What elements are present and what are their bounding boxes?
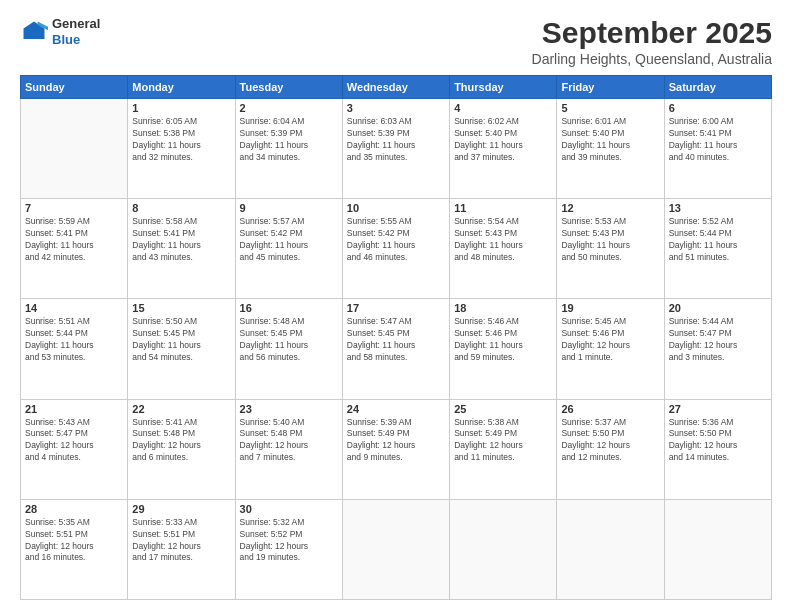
sunset-text: Sunset: 5:44 PM: [669, 228, 732, 238]
day-info: Sunrise: 6:01 AMSunset: 5:40 PMDaylight:…: [561, 116, 659, 164]
day-info: Sunrise: 5:44 AMSunset: 5:47 PMDaylight:…: [669, 316, 767, 364]
sunset-text: Sunset: 5:40 PM: [561, 128, 624, 138]
sunset-text: Sunset: 5:50 PM: [669, 428, 732, 438]
sunset-text: Sunset: 5:48 PM: [240, 428, 303, 438]
page: General Blue September 2025 Darling Heig…: [0, 0, 792, 612]
day-info: Sunrise: 5:57 AMSunset: 5:42 PMDaylight:…: [240, 216, 338, 264]
day-info: Sunrise: 5:47 AMSunset: 5:45 PMDaylight:…: [347, 316, 445, 364]
daylight-text: Daylight: 11 hours: [561, 140, 630, 150]
sunrise-text: Sunrise: 5:41 AM: [132, 417, 197, 427]
sunset-text: Sunset: 5:46 PM: [561, 328, 624, 338]
table-row: 2Sunrise: 6:04 AMSunset: 5:39 PMDaylight…: [235, 99, 342, 199]
daylight-text: Daylight: 12 hours: [347, 440, 416, 450]
daylight-and-text: and 19 minutes.: [240, 552, 300, 562]
daylight-and-text: and 34 minutes.: [240, 152, 300, 162]
sunrise-text: Sunrise: 5:35 AM: [25, 517, 90, 527]
logo-icon: [20, 18, 48, 46]
daylight-text: Daylight: 11 hours: [347, 240, 416, 250]
daylight-text: Daylight: 11 hours: [240, 340, 309, 350]
sunset-text: Sunset: 5:41 PM: [669, 128, 732, 138]
daylight-and-text: and 1 minute.: [561, 352, 613, 362]
sunrise-text: Sunrise: 5:44 AM: [669, 316, 734, 326]
daylight-text: Daylight: 11 hours: [240, 140, 309, 150]
day-number: 15: [132, 302, 230, 314]
daylight-text: Daylight: 11 hours: [669, 240, 738, 250]
day-number: 24: [347, 403, 445, 415]
sunrise-text: Sunrise: 5:58 AM: [132, 216, 197, 226]
daylight-text: Daylight: 11 hours: [132, 240, 201, 250]
table-row: [557, 499, 664, 599]
table-row: 18Sunrise: 5:46 AMSunset: 5:46 PMDayligh…: [450, 299, 557, 399]
table-row: 14Sunrise: 5:51 AMSunset: 5:44 PMDayligh…: [21, 299, 128, 399]
day-number: 22: [132, 403, 230, 415]
daylight-and-text: and 51 minutes.: [669, 252, 729, 262]
sunrise-text: Sunrise: 5:37 AM: [561, 417, 626, 427]
daylight-text: Daylight: 12 hours: [240, 541, 309, 551]
table-row: 24Sunrise: 5:39 AMSunset: 5:49 PMDayligh…: [342, 399, 449, 499]
table-row: [664, 499, 771, 599]
location-title: Darling Heights, Queensland, Australia: [532, 51, 772, 67]
sunset-text: Sunset: 5:41 PM: [25, 228, 88, 238]
daylight-and-text: and 14 minutes.: [669, 452, 729, 462]
sunset-text: Sunset: 5:42 PM: [240, 228, 303, 238]
table-row: 15Sunrise: 5:50 AMSunset: 5:45 PMDayligh…: [128, 299, 235, 399]
sunrise-text: Sunrise: 5:54 AM: [454, 216, 519, 226]
sunset-text: Sunset: 5:48 PM: [132, 428, 195, 438]
day-info: Sunrise: 5:32 AMSunset: 5:52 PMDaylight:…: [240, 517, 338, 565]
day-number: 7: [25, 202, 123, 214]
daylight-and-text: and 4 minutes.: [25, 452, 81, 462]
daylight-and-text: and 3 minutes.: [669, 352, 725, 362]
table-row: 17Sunrise: 5:47 AMSunset: 5:45 PMDayligh…: [342, 299, 449, 399]
day-number: 9: [240, 202, 338, 214]
calendar-week-row: 14Sunrise: 5:51 AMSunset: 5:44 PMDayligh…: [21, 299, 772, 399]
daylight-and-text: and 43 minutes.: [132, 252, 192, 262]
daylight-text: Daylight: 11 hours: [561, 240, 630, 250]
day-number: 21: [25, 403, 123, 415]
table-row: 19Sunrise: 5:45 AMSunset: 5:46 PMDayligh…: [557, 299, 664, 399]
calendar-week-row: 1Sunrise: 6:05 AMSunset: 5:38 PMDaylight…: [21, 99, 772, 199]
day-info: Sunrise: 5:46 AMSunset: 5:46 PMDaylight:…: [454, 316, 552, 364]
day-number: 1: [132, 102, 230, 114]
daylight-text: Daylight: 12 hours: [240, 440, 309, 450]
table-row: 30Sunrise: 5:32 AMSunset: 5:52 PMDayligh…: [235, 499, 342, 599]
day-info: Sunrise: 5:36 AMSunset: 5:50 PMDaylight:…: [669, 417, 767, 465]
daylight-and-text: and 59 minutes.: [454, 352, 514, 362]
sunset-text: Sunset: 5:47 PM: [669, 328, 732, 338]
sunrise-text: Sunrise: 6:00 AM: [669, 116, 734, 126]
col-friday: Friday: [557, 76, 664, 99]
daylight-text: Daylight: 11 hours: [454, 240, 523, 250]
sunset-text: Sunset: 5:39 PM: [347, 128, 410, 138]
calendar-week-row: 7Sunrise: 5:59 AMSunset: 5:41 PMDaylight…: [21, 199, 772, 299]
sunset-text: Sunset: 5:50 PM: [561, 428, 624, 438]
col-monday: Monday: [128, 76, 235, 99]
day-number: 3: [347, 102, 445, 114]
day-number: 30: [240, 503, 338, 515]
daylight-and-text: and 42 minutes.: [25, 252, 85, 262]
col-tuesday: Tuesday: [235, 76, 342, 99]
day-number: 4: [454, 102, 552, 114]
table-row: 3Sunrise: 6:03 AMSunset: 5:39 PMDaylight…: [342, 99, 449, 199]
table-row: 4Sunrise: 6:02 AMSunset: 5:40 PMDaylight…: [450, 99, 557, 199]
daylight-and-text: and 16 minutes.: [25, 552, 85, 562]
daylight-and-text: and 58 minutes.: [347, 352, 407, 362]
sunrise-text: Sunrise: 5:38 AM: [454, 417, 519, 427]
day-info: Sunrise: 5:51 AMSunset: 5:44 PMDaylight:…: [25, 316, 123, 364]
header: General Blue September 2025 Darling Heig…: [20, 16, 772, 67]
sunrise-text: Sunrise: 5:33 AM: [132, 517, 197, 527]
daylight-and-text: and 11 minutes.: [454, 452, 514, 462]
day-number: 17: [347, 302, 445, 314]
daylight-and-text: and 9 minutes.: [347, 452, 403, 462]
table-row: 26Sunrise: 5:37 AMSunset: 5:50 PMDayligh…: [557, 399, 664, 499]
day-info: Sunrise: 5:38 AMSunset: 5:49 PMDaylight:…: [454, 417, 552, 465]
sunset-text: Sunset: 5:40 PM: [454, 128, 517, 138]
daylight-text: Daylight: 11 hours: [347, 140, 416, 150]
day-info: Sunrise: 6:05 AMSunset: 5:38 PMDaylight:…: [132, 116, 230, 164]
sunrise-text: Sunrise: 5:32 AM: [240, 517, 305, 527]
sunrise-text: Sunrise: 5:43 AM: [25, 417, 90, 427]
daylight-text: Daylight: 11 hours: [669, 140, 738, 150]
col-sunday: Sunday: [21, 76, 128, 99]
table-row: 7Sunrise: 5:59 AMSunset: 5:41 PMDaylight…: [21, 199, 128, 299]
sunset-text: Sunset: 5:41 PM: [132, 228, 195, 238]
daylight-text: Daylight: 11 hours: [132, 140, 201, 150]
daylight-text: Daylight: 12 hours: [669, 340, 738, 350]
